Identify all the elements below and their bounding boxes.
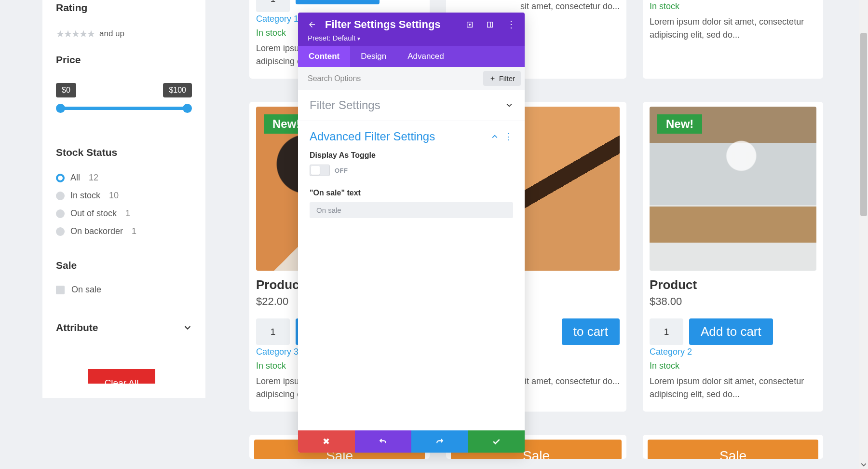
options-search-row: ＋ Filter	[298, 67, 525, 90]
price-heading: Price	[56, 54, 192, 66]
stock-label: Out of stock	[70, 208, 117, 219]
sale-option-label: On sale	[71, 285, 101, 295]
scroll-down-arrow[interactable]	[861, 462, 867, 468]
page-scrollbar-track	[859, 0, 868, 469]
radio-icon	[56, 174, 65, 182]
stock-badge: In stock	[650, 1, 816, 12]
price-slider-handle-min[interactable]	[56, 104, 65, 113]
close-icon: ✖	[323, 436, 330, 447]
tab-design[interactable]: Design	[350, 46, 397, 67]
redo-icon	[435, 437, 445, 446]
rating-heading: Rating	[56, 2, 192, 14]
add-to-cart-button[interactable]: Add to cart	[689, 318, 773, 345]
display-toggle-label: Display As Toggle	[310, 151, 513, 160]
chevron-up-icon	[491, 133, 499, 140]
add-filter-button[interactable]: ＋ Filter	[483, 71, 521, 86]
tab-content[interactable]: Content	[298, 46, 350, 67]
preset-dropdown[interactable]: Preset: Default	[308, 34, 516, 42]
sale-label: Sale	[719, 448, 746, 459]
expand-icon[interactable]	[466, 21, 474, 28]
price-slider-track	[59, 107, 189, 110]
dock-icon[interactable]	[486, 21, 494, 28]
qty-value: 1	[664, 327, 669, 337]
qty-value: 1	[271, 327, 276, 337]
chevron-down-icon	[505, 101, 513, 109]
sale-onsale-option[interactable]: On sale	[56, 285, 192, 295]
modal-redo-button[interactable]	[411, 430, 468, 453]
stock-option-outofstock[interactable]: Out of stock 1	[56, 205, 192, 222]
options-search-input[interactable]	[308, 74, 483, 83]
radio-icon	[56, 192, 65, 200]
stock-count: 1	[125, 208, 130, 219]
display-toggle-switch[interactable]: OFF	[310, 165, 513, 176]
product-title[interactable]: Product	[650, 277, 816, 292]
cart-label: to cart	[573, 324, 608, 339]
quantity-input[interactable]: 1	[256, 0, 290, 12]
onsale-text-input[interactable]: On sale	[310, 202, 513, 218]
modal-title: Filter Settings Settings	[325, 18, 441, 31]
stock-count: 12	[89, 173, 98, 183]
onsale-text-label: "On sale" text	[310, 189, 513, 197]
stock-label: All	[70, 173, 80, 183]
product-category[interactable]: Category 2	[650, 347, 816, 357]
section-title: Advanced Filter Settings	[310, 130, 435, 143]
back-icon[interactable]	[308, 20, 316, 29]
toggle-knob	[311, 166, 320, 175]
add-to-cart-button[interactable]: Add to cart	[296, 0, 380, 4]
price-max-badge: $100	[163, 83, 192, 97]
filter-settings-modal: Filter Settings Settings ⋮ Preset: Defau…	[298, 13, 525, 453]
quantity-input[interactable]: 1	[650, 318, 683, 345]
more-icon[interactable]: ⋮	[506, 21, 516, 28]
product-card: Category 2 In stock Lorem ipsum dolor si…	[643, 0, 823, 79]
price-slider[interactable]	[56, 102, 192, 114]
rating-option[interactable]: ★★★★★ and up	[56, 28, 192, 40]
price-badges: $0 $100	[56, 83, 192, 97]
modal-tabs: Content Design Advanced	[298, 46, 525, 67]
add-filter-label: Filter	[499, 74, 515, 83]
radio-icon	[56, 209, 65, 218]
page-scrollbar-thumb[interactable]	[860, 33, 867, 216]
stock-option-instock[interactable]: In stock 10	[56, 187, 192, 205]
stock-heading: Stock Status	[56, 147, 192, 158]
stock-label: On backorder	[70, 226, 123, 236]
stock-option-all[interactable]: All 12	[56, 169, 192, 187]
modal-undo-button[interactable]	[355, 430, 412, 453]
check-icon	[491, 437, 501, 446]
stock-count: 10	[109, 191, 119, 201]
modal-header: Filter Settings Settings ⋮ Preset: Defau…	[298, 13, 525, 46]
stock-radio-list: All 12 In stock 10 Out of stock 1 On bac…	[56, 169, 192, 240]
clear-all-button[interactable]: Clear All	[88, 369, 155, 384]
modal-close-button[interactable]: ✖	[298, 430, 355, 453]
stock-count: 1	[132, 226, 136, 236]
price-slider-handle-max[interactable]	[183, 104, 192, 113]
stock-badge: In stock	[650, 361, 816, 371]
filter-sidebar: Rating ★★★★★ and up Price $0 $100 Stock …	[42, 0, 205, 398]
undo-icon	[378, 437, 388, 446]
sale-badge: Sale	[648, 440, 818, 459]
tab-advanced[interactable]: Advanced	[397, 46, 455, 67]
product-price: $38.00	[650, 295, 816, 308]
product-image[interactable]: New!	[650, 107, 816, 271]
sale-heading: Sale	[56, 260, 192, 271]
quantity-input[interactable]: 1	[256, 318, 290, 345]
checkbox-icon	[56, 286, 65, 294]
plus-icon: ＋	[489, 74, 496, 83]
product-card: New! Product $38.00 1 Add to cart Catego…	[643, 102, 823, 412]
add-to-cart-button[interactable]: to cart	[562, 318, 620, 345]
toggle-state: OFF	[335, 167, 348, 174]
rating-label: and up	[99, 29, 124, 39]
product-card: Sale	[643, 435, 823, 459]
modal-confirm-button[interactable]	[468, 430, 525, 453]
filter-settings-toggle[interactable]: Filter Settings	[310, 98, 513, 112]
attribute-section-toggle[interactable]: Attribute	[56, 322, 192, 333]
stock-option-backorder[interactable]: On backorder 1	[56, 222, 192, 240]
sale-label: Sale	[523, 448, 550, 459]
advanced-filter-section: Advanced Filter Settings ⋮ Display As To…	[298, 121, 525, 227]
star-icons: ★★★★★	[56, 28, 95, 40]
price-min-badge: $0	[56, 83, 76, 97]
advanced-filter-toggle[interactable]: Advanced Filter Settings ⋮	[310, 130, 513, 143]
new-badge: New!	[657, 114, 702, 134]
qty-value: 1	[271, 0, 276, 4]
attribute-heading: Attribute	[56, 322, 98, 333]
section-more-icon[interactable]: ⋮	[504, 131, 513, 142]
